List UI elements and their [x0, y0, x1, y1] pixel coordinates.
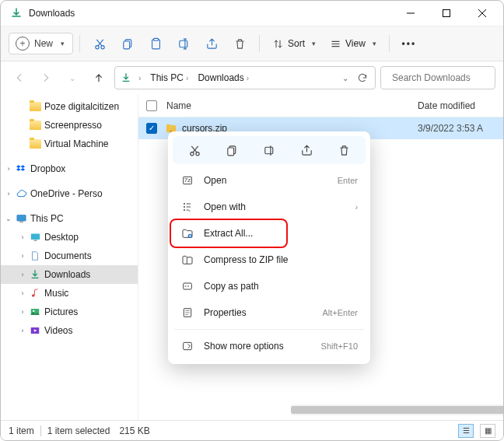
tree-item-dropbox[interactable]: ›Dropbox: [1, 159, 138, 178]
more-button[interactable]: •••: [396, 33, 422, 54]
column-header-date[interactable]: Date modified: [418, 100, 503, 111]
back-button[interactable]: [9, 67, 30, 89]
svg-rect-40: [227, 147, 233, 155]
svg-rect-24: [30, 233, 39, 240]
tree-item-videos[interactable]: ›Videos: [1, 321, 138, 340]
cm-delete-button[interactable]: [333, 139, 355, 161]
cm-open[interactable]: 7z Open Enter: [173, 167, 366, 194]
column-header-name[interactable]: Name: [165, 100, 418, 111]
svg-rect-32: [170, 126, 172, 127]
svg-rect-1: [443, 10, 450, 17]
more-options-icon: [180, 339, 194, 353]
address-history-dropdown[interactable]: ⌄: [339, 74, 352, 82]
svg-text:7z: 7z: [184, 177, 191, 184]
tree-item-music[interactable]: ›Music: [1, 284, 138, 303]
select-all-checkbox[interactable]: [146, 100, 157, 111]
svg-rect-33: [170, 128, 172, 128]
tree-item-documents[interactable]: ›Documents: [1, 247, 138, 265]
share-button[interactable]: [198, 33, 225, 54]
svg-point-29: [33, 310, 34, 312]
cm-compress[interactable]: Compress to ZIP file: [173, 247, 366, 273]
paste-button[interactable]: [142, 33, 169, 54]
tree-item[interactable]: Screenpresso: [1, 116, 138, 135]
delete-button[interactable]: [226, 33, 253, 54]
row-checkbox[interactable]: [146, 123, 157, 134]
cm-cut-button[interactable]: [184, 139, 205, 161]
tree-item-pictures[interactable]: ›Pictures: [1, 303, 138, 321]
svg-rect-25: [33, 240, 37, 240]
details-view-toggle[interactable]: ☰: [458, 424, 474, 438]
cm-rename-button[interactable]: [258, 139, 280, 161]
status-selection: 1 item selected: [47, 425, 110, 436]
window-title: Downloads: [29, 8, 75, 19]
column-header-row: Name Date modified: [138, 94, 503, 117]
navigation-tree[interactable]: Poze digitalcitizen Screenpresso Virtual…: [1, 94, 138, 437]
zip-icon: [180, 253, 194, 267]
archive-icon: 7z: [180, 173, 194, 187]
up-button[interactable]: [88, 67, 110, 89]
tree-item[interactable]: Virtual Machine: [1, 135, 138, 153]
sort-button[interactable]: Sort ▾: [266, 33, 322, 54]
open-with-icon: [180, 200, 194, 214]
recent-dropdown[interactable]: ⌄: [61, 67, 83, 89]
refresh-button[interactable]: [355, 70, 370, 86]
thumbnails-view-toggle[interactable]: ▦: [480, 424, 495, 438]
rename-button[interactable]: [170, 33, 197, 54]
cm-copy-path[interactable]: Copy as path: [173, 273, 366, 299]
svg-point-46: [184, 206, 185, 208]
view-button[interactable]: View ▾: [324, 33, 383, 54]
svg-rect-41: [264, 147, 272, 154]
tree-item-downloads[interactable]: ›Downloads: [1, 265, 138, 284]
cm-show-more[interactable]: Show more options Shift+F10: [173, 333, 366, 359]
cloud-icon: [15, 187, 27, 200]
dropbox-icon: [15, 163, 27, 175]
music-icon: [29, 287, 41, 299]
svg-rect-23: [19, 221, 23, 222]
properties-icon: [180, 306, 194, 320]
search-input[interactable]: [392, 72, 504, 83]
copy-button[interactable]: [114, 33, 141, 54]
folder-icon: [30, 102, 41, 111]
status-bar: 1 item 1 item selected 215 KB ☰ ▦: [1, 420, 503, 440]
svg-rect-12: [179, 40, 187, 47]
cm-extract-all[interactable]: Extract All...: [173, 220, 366, 247]
search-box[interactable]: [380, 66, 495, 89]
sort-button-label: Sort: [288, 38, 305, 49]
file-date: 3/9/2022 3:53 A: [418, 123, 503, 134]
tree-item-onedrive[interactable]: ›OneDrive - Perso: [1, 184, 138, 203]
svg-point-47: [184, 209, 185, 211]
svg-point-45: [184, 203, 185, 205]
forward-button[interactable]: [35, 67, 57, 89]
cm-share-button[interactable]: [296, 139, 317, 161]
status-item-count: 1 item: [9, 425, 34, 436]
folder-icon: [30, 121, 41, 130]
chevron-down-icon: ▾: [373, 40, 376, 47]
tree-item[interactable]: Poze digitalcitizen: [1, 97, 138, 116]
maximize-button[interactable]: [429, 1, 464, 26]
svg-point-27: [32, 294, 35, 297]
tree-item-desktop[interactable]: ›Desktop: [1, 228, 138, 247]
cut-button[interactable]: [86, 33, 113, 54]
minimize-button[interactable]: [393, 1, 429, 26]
status-size: 215 KB: [119, 425, 149, 436]
monitor-icon: [15, 212, 27, 225]
breadcrumb-item[interactable]: This PC›: [147, 71, 191, 85]
address-bar[interactable]: › This PC› Downloads› ⌄: [114, 66, 376, 89]
chevron-right-icon: ›: [355, 203, 358, 212]
path-icon: [180, 279, 194, 293]
cm-properties[interactable]: Properties Alt+Enter: [173, 299, 366, 326]
chevron-down-icon: ▾: [312, 40, 316, 47]
tree-item-thispc[interactable]: ⌄This PC: [1, 209, 138, 228]
cm-open-with[interactable]: Open with ›: [173, 194, 366, 220]
downloads-icon: [120, 72, 132, 84]
breadcrumb-item[interactable]: Downloads›: [194, 71, 252, 85]
horizontal-scrollbar[interactable]: [291, 404, 503, 415]
close-button[interactable]: [464, 1, 500, 26]
new-button[interactable]: + New ▾: [9, 33, 73, 54]
desktop-icon: [29, 231, 41, 243]
context-menu: 7z Open Enter Open with › Extract All...…: [168, 131, 370, 364]
cm-copy-button[interactable]: [221, 139, 243, 161]
app-icon: [10, 7, 23, 19]
documents-icon: [29, 250, 41, 262]
extract-icon: [180, 226, 194, 240]
